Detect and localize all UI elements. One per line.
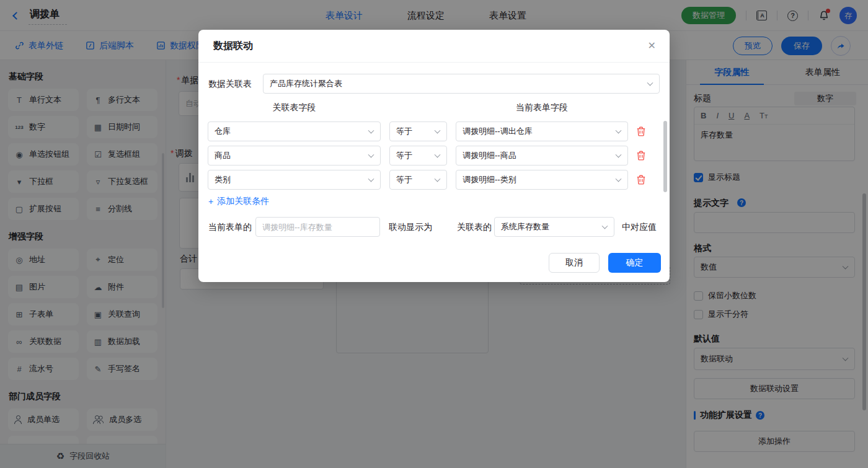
target-field-select[interactable]: 系统库存数量 xyxy=(494,217,614,237)
add-condition-link[interactable]: +添加关联条件 xyxy=(208,196,269,207)
close-icon[interactable]: ✕ xyxy=(648,40,656,51)
data-linkage-modal: 数据联动 ✕ 数据关联表 产品库存统计聚合表 关联表字段 当前表单字段 仓库 等… xyxy=(198,30,670,282)
trash-icon xyxy=(636,174,647,185)
linkage-verb-label: 联动显示为 xyxy=(389,222,432,233)
operator-select[interactable]: 等于 xyxy=(389,170,447,190)
delete-condition-button[interactable] xyxy=(636,126,647,137)
condition-row: 类别 等于 调拨明细--类别 xyxy=(208,170,647,190)
modal-scrollbar-thumb[interactable] xyxy=(663,121,667,192)
plus-icon: + xyxy=(208,196,213,206)
chevron-down-icon xyxy=(435,128,441,134)
chevron-down-icon xyxy=(435,152,441,158)
chevron-down-icon xyxy=(368,176,374,182)
confirm-button[interactable]: 确定 xyxy=(608,253,661,273)
source-field-input[interactable] xyxy=(255,217,380,237)
condition-row: 仓库 等于 调拨明细--调出仓库 xyxy=(208,121,647,141)
trash-icon xyxy=(636,150,647,161)
form-field-select[interactable]: 调拨明细--调出仓库 xyxy=(456,121,628,141)
relation-table-select[interactable]: 产品库存统计聚合表 xyxy=(263,74,660,94)
chevron-down-icon xyxy=(616,128,622,134)
condition-row: 商品 等于 调拨明细--商品 xyxy=(208,146,647,166)
cancel-button[interactable]: 取消 xyxy=(549,253,600,273)
modal-title: 数据联动 xyxy=(213,40,253,53)
chevron-down-icon xyxy=(647,80,653,86)
linkage-suffix-label: 中对应值 xyxy=(622,222,657,233)
linkage-prefix-label: 当前表单的 xyxy=(208,222,252,233)
relation-field-select[interactable]: 类别 xyxy=(208,170,381,190)
operator-select[interactable]: 等于 xyxy=(389,146,447,166)
form-field-select[interactable]: 调拨明细--类别 xyxy=(456,170,628,190)
chevron-down-icon xyxy=(435,176,441,182)
relation-table-label: 数据关联表 xyxy=(208,79,252,90)
relation-field-select[interactable]: 仓库 xyxy=(208,121,381,141)
linkage-of-table-label: 关联表的 xyxy=(457,222,492,233)
delete-condition-button[interactable] xyxy=(636,150,647,161)
trash-icon xyxy=(636,126,647,137)
chevron-down-icon xyxy=(616,176,622,182)
column-header-current-form-field: 当前表单字段 xyxy=(456,102,628,113)
chevron-down-icon xyxy=(368,152,374,158)
chevron-down-icon xyxy=(368,128,374,134)
operator-select[interactable]: 等于 xyxy=(389,121,447,141)
app-window: 调拨单 表单设计 流程设定 表单设置 数据管理 A ? 存 表单外链 xyxy=(0,0,868,468)
form-field-select[interactable]: 调拨明细--商品 xyxy=(456,146,628,166)
relation-field-select[interactable]: 商品 xyxy=(208,146,381,166)
chevron-down-icon xyxy=(602,223,608,229)
delete-condition-button[interactable] xyxy=(636,174,647,185)
column-header-relation-field: 关联表字段 xyxy=(208,102,381,113)
chevron-down-icon xyxy=(616,152,622,158)
